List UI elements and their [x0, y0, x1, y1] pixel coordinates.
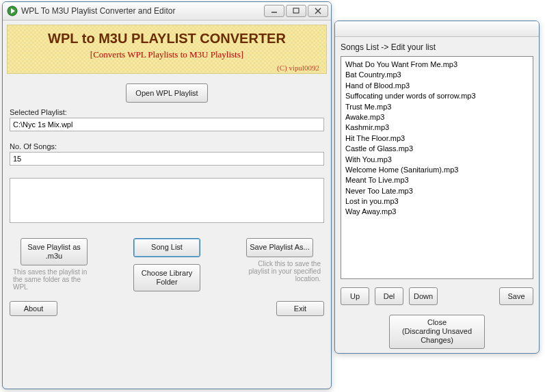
banner-title: WPL to M3U PLAYLIST CONVERTER [13, 31, 321, 47]
song-count-group: No. Of Songs: [10, 142, 324, 166]
song-count-label: No. Of Songs: [10, 142, 324, 151]
window-controls [264, 5, 328, 17]
selected-playlist-label: Selected Playlist: [10, 108, 324, 116]
banner-subtitle: [Converts WPL Playlists to M3U Playlists… [13, 49, 321, 60]
songs-window: Songs List -> Edit your list What Do You… [334, 21, 540, 354]
list-item[interactable]: Never Too Late.mp3 [345, 186, 529, 196]
list-item[interactable]: Welcome Home (Sanitarium).mp3 [345, 165, 529, 175]
list-item[interactable]: Way Away.mp3 [345, 207, 529, 217]
list-item[interactable]: Lost in you.mp3 [345, 196, 529, 207]
song-list-button[interactable]: Song List [133, 238, 200, 257]
list-item[interactable]: Castle of Glass.mp3 [345, 144, 529, 154]
maximize-button[interactable] [286, 5, 306, 17]
choose-library-button[interactable]: Choose Library Folder [133, 264, 200, 291]
banner-credit: (C) vipul0092 [277, 64, 319, 72]
list-item[interactable]: Meant To Live.mp3 [345, 175, 529, 185]
list-item[interactable]: Trust Me.mp3 [345, 102, 529, 112]
banner: WPL to M3U PLAYLIST CONVERTER [Converts … [7, 25, 327, 74]
list-item[interactable]: Kashmir.mp3 [345, 122, 529, 133]
songs-buttons: Up Del Down Save [341, 287, 533, 305]
list-item[interactable]: What Do You Want From Me.mp3 [345, 60, 529, 70]
down-button[interactable]: Down [409, 287, 438, 305]
list-item[interactable]: With You.mp3 [345, 155, 529, 165]
save-as-hint: Click this to save the playlist in your … [239, 260, 321, 283]
songs-titlebar [335, 21, 539, 37]
window-title: WPL To M3U Playlist Converter and Editor [21, 6, 264, 16]
bottom-row: About Exit [10, 301, 324, 316]
selected-playlist-input[interactable] [10, 118, 324, 131]
open-wpl-button[interactable]: Open WPL Playlist [126, 83, 208, 103]
svg-rect-3 [293, 8, 299, 13]
app-icon [7, 5, 18, 16]
exit-button[interactable]: Exit [276, 301, 324, 316]
save-m3u-button[interactable]: Save Playlist as .m3u [21, 238, 88, 265]
close-discard-button[interactable]: Close (Discarding Unsaved Changes) [389, 315, 485, 349]
songs-header: Songs List -> Edit your list [341, 42, 533, 52]
song-count-input[interactable] [10, 152, 324, 166]
list-item[interactable]: Suffocating under words of sorrow.mp3 [345, 91, 529, 101]
main-window: WPL To M3U Playlist Converter and Editor… [2, 1, 332, 389]
save-m3u-hint: This saves the playlist in the same fold… [13, 268, 95, 291]
minimize-button[interactable] [264, 5, 284, 17]
list-item[interactable]: Hand of Blood.mp3 [345, 81, 529, 91]
songs-body: Songs List -> Edit your list What Do You… [335, 37, 539, 354]
save-button[interactable]: Save [499, 287, 533, 305]
titlebar: WPL To M3U Playlist Converter and Editor [3, 2, 331, 21]
selected-playlist-group: Selected Playlist: [10, 108, 324, 131]
close-button[interactable] [308, 5, 328, 17]
output-box [10, 178, 324, 223]
del-button[interactable]: Del [375, 287, 403, 305]
list-item[interactable]: Hit The Floor.mp3 [345, 133, 529, 144]
main-button-row: Save Playlist as .m3u This saves the pla… [10, 238, 324, 291]
save-as-button[interactable]: Save Playlist As... [246, 238, 313, 257]
list-item[interactable]: Awake.mp3 [345, 112, 529, 122]
main-body: WPL to M3U PLAYLIST CONVERTER [Converts … [3, 25, 331, 316]
songs-list[interactable]: What Do You Want From Me.mp3Bat Country.… [341, 56, 533, 279]
about-button[interactable]: About [10, 301, 57, 316]
list-item[interactable]: Bat Country.mp3 [345, 70, 529, 80]
up-button[interactable]: Up [341, 287, 369, 305]
